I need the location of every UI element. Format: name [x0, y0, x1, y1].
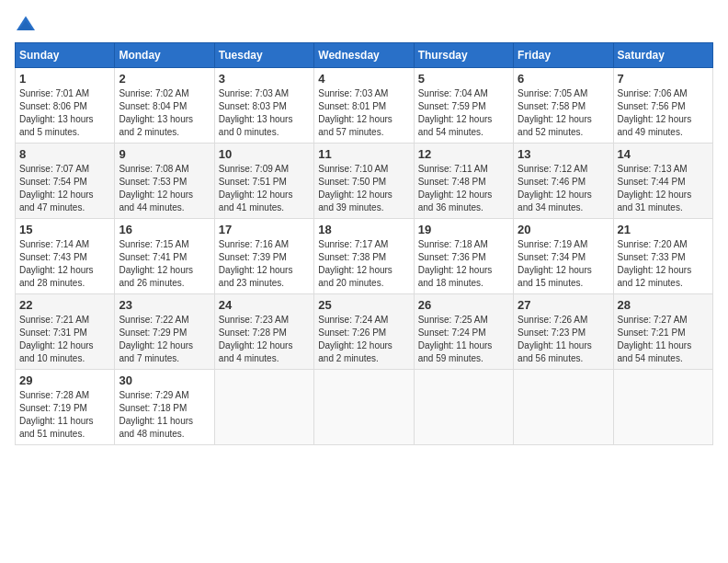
- day-info: Sunrise: 7:22 AMSunset: 7:29 PMDaylight:…: [119, 314, 210, 365]
- weekday-header: Sunday: [16, 43, 115, 68]
- calendar-cell: 21Sunrise: 7:20 AMSunset: 7:33 PMDayligh…: [613, 219, 712, 294]
- day-number: 19: [418, 223, 509, 236]
- calendar-cell: 26Sunrise: 7:25 AMSunset: 7:24 PMDayligh…: [414, 294, 513, 370]
- calendar-cell: 16Sunrise: 7:15 AMSunset: 7:41 PMDayligh…: [115, 219, 214, 294]
- calendar-cell: 13Sunrise: 7:12 AMSunset: 7:46 PMDayligh…: [514, 144, 613, 219]
- day-number: 29: [19, 373, 110, 387]
- calendar-cell: 4Sunrise: 7:03 AMSunset: 8:01 PMDaylight…: [314, 68, 414, 144]
- day-number: 20: [518, 223, 609, 236]
- calendar-cell: 28Sunrise: 7:27 AMSunset: 7:21 PMDayligh…: [613, 294, 712, 370]
- day-number: 10: [219, 147, 310, 161]
- day-number: 25: [318, 298, 409, 312]
- calendar-cell: 17Sunrise: 7:16 AMSunset: 7:39 PMDayligh…: [214, 219, 313, 294]
- calendar-row: 29Sunrise: 7:28 AMSunset: 7:19 PMDayligh…: [16, 370, 713, 445]
- day-info: Sunrise: 7:09 AMSunset: 7:51 PMDaylight:…: [219, 163, 310, 214]
- day-info: Sunrise: 7:15 AMSunset: 7:41 PMDaylight:…: [119, 238, 210, 290]
- calendar-cell: [214, 370, 313, 445]
- day-info: Sunrise: 7:20 AMSunset: 7:33 PMDaylight:…: [618, 238, 709, 290]
- weekday-header: Monday: [115, 43, 214, 68]
- logo: [15, 15, 40, 33]
- calendar-cell: [514, 370, 613, 445]
- calendar-cell: 30Sunrise: 7:29 AMSunset: 7:18 PMDayligh…: [115, 370, 214, 445]
- day-info: Sunrise: 7:03 AMSunset: 8:03 PMDaylight:…: [219, 87, 310, 139]
- calendar-cell: 10Sunrise: 7:09 AMSunset: 7:51 PMDayligh…: [214, 144, 313, 219]
- day-number: 5: [418, 72, 509, 86]
- day-number: 8: [19, 147, 110, 161]
- day-number: 30: [119, 373, 210, 387]
- calendar-cell: 27Sunrise: 7:26 AMSunset: 7:23 PMDayligh…: [514, 294, 613, 370]
- day-number: 18: [318, 223, 409, 236]
- day-info: Sunrise: 7:01 AMSunset: 8:06 PMDaylight:…: [19, 87, 110, 139]
- calendar-cell: 2Sunrise: 7:02 AMSunset: 8:04 PMDaylight…: [115, 68, 214, 144]
- calendar-cell: 6Sunrise: 7:05 AMSunset: 7:58 PMDaylight…: [514, 68, 613, 144]
- weekday-header: Saturday: [613, 43, 712, 68]
- day-info: Sunrise: 7:23 AMSunset: 7:28 PMDaylight:…: [219, 314, 310, 365]
- weekday-header-row: SundayMondayTuesdayWednesdayThursdayFrid…: [16, 43, 713, 68]
- day-number: 24: [219, 298, 310, 312]
- calendar-cell: 20Sunrise: 7:19 AMSunset: 7:34 PMDayligh…: [514, 219, 613, 294]
- weekday-header: Wednesday: [314, 43, 414, 68]
- day-info: Sunrise: 7:21 AMSunset: 7:31 PMDaylight:…: [19, 314, 110, 365]
- calendar-cell: 11Sunrise: 7:10 AMSunset: 7:50 PMDayligh…: [314, 144, 414, 219]
- day-number: 22: [19, 298, 110, 312]
- calendar-cell: 22Sunrise: 7:21 AMSunset: 7:31 PMDayligh…: [16, 294, 115, 370]
- calendar-cell: 3Sunrise: 7:03 AMSunset: 8:03 PMDaylight…: [214, 68, 313, 144]
- day-info: Sunrise: 7:29 AMSunset: 7:18 PMDaylight:…: [119, 389, 210, 441]
- calendar-row: 8Sunrise: 7:07 AMSunset: 7:54 PMDaylight…: [16, 144, 713, 219]
- day-number: 26: [418, 298, 509, 312]
- calendar-cell: 19Sunrise: 7:18 AMSunset: 7:36 PMDayligh…: [414, 219, 513, 294]
- day-info: Sunrise: 7:17 AMSunset: 7:38 PMDaylight:…: [318, 238, 409, 290]
- calendar-cell: 7Sunrise: 7:06 AMSunset: 7:56 PMDaylight…: [613, 68, 712, 144]
- calendar-cell: 15Sunrise: 7:14 AMSunset: 7:43 PMDayligh…: [16, 219, 115, 294]
- day-info: Sunrise: 7:08 AMSunset: 7:53 PMDaylight:…: [119, 163, 210, 214]
- day-number: 9: [119, 147, 210, 161]
- day-number: 21: [618, 223, 709, 236]
- day-info: Sunrise: 7:05 AMSunset: 7:58 PMDaylight:…: [518, 87, 609, 139]
- day-info: Sunrise: 7:07 AMSunset: 7:54 PMDaylight:…: [19, 163, 110, 214]
- weekday-header: Friday: [514, 43, 613, 68]
- day-info: Sunrise: 7:06 AMSunset: 7:56 PMDaylight:…: [618, 87, 709, 139]
- page-header: [15, 15, 713, 33]
- day-number: 3: [219, 72, 310, 86]
- calendar-cell: 8Sunrise: 7:07 AMSunset: 7:54 PMDaylight…: [16, 144, 115, 219]
- weekday-header: Tuesday: [214, 43, 313, 68]
- calendar-cell: 25Sunrise: 7:24 AMSunset: 7:26 PMDayligh…: [314, 294, 414, 370]
- day-info: Sunrise: 7:04 AMSunset: 7:59 PMDaylight:…: [418, 87, 509, 139]
- day-info: Sunrise: 7:10 AMSunset: 7:50 PMDaylight:…: [318, 163, 409, 214]
- calendar-cell: 5Sunrise: 7:04 AMSunset: 7:59 PMDaylight…: [414, 68, 513, 144]
- day-info: Sunrise: 7:25 AMSunset: 7:24 PMDaylight:…: [418, 314, 509, 365]
- calendar-cell: 18Sunrise: 7:17 AMSunset: 7:38 PMDayligh…: [314, 219, 414, 294]
- day-number: 15: [19, 223, 110, 236]
- day-number: 4: [318, 72, 409, 86]
- calendar-cell: 9Sunrise: 7:08 AMSunset: 7:53 PMDaylight…: [115, 144, 214, 219]
- day-number: 12: [418, 147, 509, 161]
- calendar-cell: 12Sunrise: 7:11 AMSunset: 7:48 PMDayligh…: [414, 144, 513, 219]
- day-info: Sunrise: 7:11 AMSunset: 7:48 PMDaylight:…: [418, 163, 509, 214]
- calendar-table: SundayMondayTuesdayWednesdayThursdayFrid…: [15, 42, 713, 445]
- day-info: Sunrise: 7:16 AMSunset: 7:39 PMDaylight:…: [219, 238, 310, 290]
- day-number: 13: [518, 147, 609, 161]
- logo-icon: [15, 15, 37, 33]
- calendar-cell: 1Sunrise: 7:01 AMSunset: 8:06 PMDaylight…: [16, 68, 115, 144]
- day-number: 14: [618, 147, 709, 161]
- calendar-cell: 29Sunrise: 7:28 AMSunset: 7:19 PMDayligh…: [16, 370, 115, 445]
- calendar-cell: 24Sunrise: 7:23 AMSunset: 7:28 PMDayligh…: [214, 294, 313, 370]
- calendar-cell: [314, 370, 414, 445]
- day-number: 6: [518, 72, 609, 86]
- day-info: Sunrise: 7:28 AMSunset: 7:19 PMDaylight:…: [19, 389, 110, 441]
- day-info: Sunrise: 7:02 AMSunset: 8:04 PMDaylight:…: [119, 87, 210, 139]
- day-info: Sunrise: 7:24 AMSunset: 7:26 PMDaylight:…: [318, 314, 409, 365]
- day-number: 2: [119, 72, 210, 86]
- day-info: Sunrise: 7:27 AMSunset: 7:21 PMDaylight:…: [618, 314, 709, 365]
- calendar-cell: 14Sunrise: 7:13 AMSunset: 7:44 PMDayligh…: [613, 144, 712, 219]
- day-number: 1: [19, 72, 110, 86]
- calendar-row: 22Sunrise: 7:21 AMSunset: 7:31 PMDayligh…: [16, 294, 713, 370]
- calendar-row: 15Sunrise: 7:14 AMSunset: 7:43 PMDayligh…: [16, 219, 713, 294]
- day-info: Sunrise: 7:13 AMSunset: 7:44 PMDaylight:…: [618, 163, 709, 214]
- day-number: 23: [119, 298, 210, 312]
- weekday-header: Thursday: [414, 43, 513, 68]
- day-info: Sunrise: 7:12 AMSunset: 7:46 PMDaylight:…: [518, 163, 609, 214]
- calendar-cell: 23Sunrise: 7:22 AMSunset: 7:29 PMDayligh…: [115, 294, 214, 370]
- day-number: 28: [618, 298, 709, 312]
- calendar-cell: [613, 370, 712, 445]
